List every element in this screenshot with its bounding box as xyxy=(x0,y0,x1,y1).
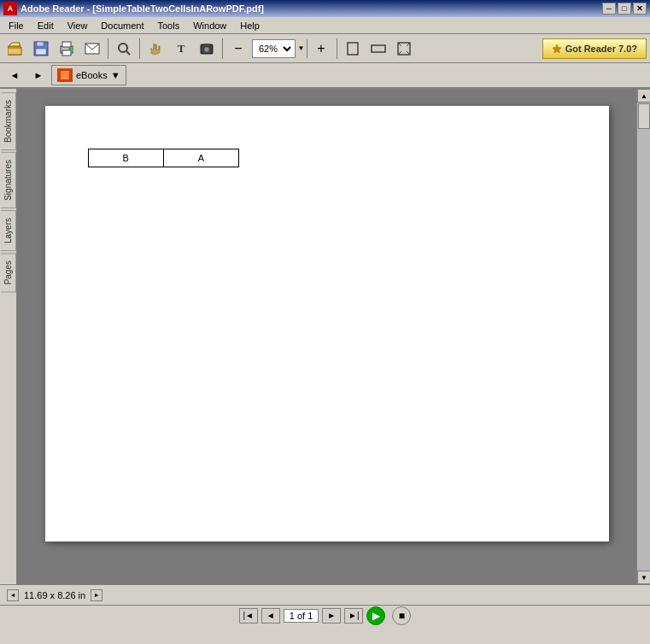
save-button[interactable] xyxy=(29,37,53,61)
close-button[interactable]: ✕ xyxy=(633,3,647,15)
svg-point-9 xyxy=(69,47,72,50)
text-select-button[interactable]: T xyxy=(169,37,193,61)
zoom-control: 62% 50% 75% 100% 125% 150% ▼ xyxy=(252,39,307,58)
got-reader-button[interactable]: Got Reader 7.0? xyxy=(542,38,647,59)
separator-1 xyxy=(108,38,108,59)
menu-help[interactable]: Help xyxy=(235,19,265,32)
title-bar-controls: ─ □ ✕ xyxy=(602,3,647,15)
snapshot-button[interactable] xyxy=(195,37,219,61)
tab-signatures[interactable]: Signatures xyxy=(1,152,16,208)
svg-rect-17 xyxy=(372,45,385,52)
toolbar-main: T − 62% 50% 75% 100% 125% 150% ▼ + Got R… xyxy=(0,34,650,63)
menu-bar: File Edit View Document Tools Window Hel… xyxy=(0,17,650,34)
zoom-out-button[interactable]: − xyxy=(226,37,250,61)
tab-layers[interactable]: Layers xyxy=(1,210,16,251)
status-bar: ◄ 11.69 x 8.26 in ► xyxy=(0,584,650,605)
app-icon: A xyxy=(3,2,17,15)
forward-button[interactable]: ► xyxy=(27,65,50,85)
scroll-down-button[interactable]: ▼ xyxy=(637,571,650,584)
separator-3 xyxy=(222,38,223,59)
svg-rect-5 xyxy=(36,49,46,55)
separator-2 xyxy=(139,38,140,59)
title-bar-left: A Adobe Reader - [SimpleTableTwoCellsInA… xyxy=(3,2,264,15)
ebooks-label: eBooks xyxy=(76,70,108,80)
ebooks-arrow: ▼ xyxy=(111,70,120,80)
prev-page-button[interactable]: ◄ xyxy=(261,608,280,624)
svg-rect-16 xyxy=(348,43,358,55)
separator-4 xyxy=(337,38,337,59)
next-page-button[interactable]: ► xyxy=(322,608,341,624)
menu-view[interactable]: View xyxy=(62,19,93,32)
print-button[interactable] xyxy=(55,37,79,61)
first-page-button[interactable]: |◄ xyxy=(239,608,258,624)
back-button[interactable]: ◄ xyxy=(3,65,26,85)
pdf-page: B A xyxy=(45,106,609,542)
svg-rect-15 xyxy=(204,44,209,46)
svg-line-12 xyxy=(126,51,130,55)
go-to-page-button[interactable]: ▶ xyxy=(366,606,385,625)
scroll-thumb[interactable] xyxy=(638,103,650,129)
svg-rect-25 xyxy=(61,71,69,79)
tab-pages[interactable]: Pages xyxy=(1,253,16,292)
svg-rect-8 xyxy=(62,50,71,56)
svg-marker-23 xyxy=(553,44,561,53)
email-button[interactable] xyxy=(80,37,104,61)
tab-bookmarks[interactable]: Bookmarks xyxy=(1,92,16,150)
pdf-table: B A xyxy=(88,149,240,167)
navigation-bar: |◄ ◄ 1 of 1 ► ►| ▶ ■ xyxy=(0,605,650,625)
title-text: Adobe Reader - [SimpleTableTwoCellsInARo… xyxy=(20,3,264,14)
svg-rect-2 xyxy=(8,48,21,55)
zoom-select[interactable]: 62% 50% 75% 100% 125% 150% xyxy=(253,43,294,55)
last-page-button[interactable]: ►| xyxy=(344,608,363,624)
maximize-button[interactable]: □ xyxy=(618,3,631,15)
stop-button[interactable]: ■ xyxy=(392,606,411,625)
open-button[interactable] xyxy=(3,37,27,61)
svg-rect-7 xyxy=(62,42,71,47)
page-indicator: 1 of 1 xyxy=(284,609,319,623)
menu-document[interactable]: Document xyxy=(96,19,149,32)
hand-tool-button[interactable] xyxy=(143,37,167,61)
zoom-in-button[interactable]: + xyxy=(309,37,333,61)
table-cell-a: A xyxy=(163,149,238,167)
scroll-up-button[interactable]: ▲ xyxy=(637,89,650,102)
ebooks-icon xyxy=(57,68,73,82)
minimize-button[interactable]: ─ xyxy=(602,3,616,15)
title-bar: A Adobe Reader - [SimpleTableTwoCellsInA… xyxy=(0,0,650,17)
fit-width-button[interactable] xyxy=(366,37,390,61)
left-tabs-panel: Bookmarks Signatures Layers Pages xyxy=(0,89,17,584)
status-scroll-left[interactable]: ◄ xyxy=(7,589,19,601)
fit-page-button[interactable] xyxy=(341,37,365,61)
menu-edit[interactable]: Edit xyxy=(32,19,59,32)
ebooks-button[interactable]: eBooks ▼ xyxy=(51,65,126,85)
zoom-dropdown-arrow[interactable]: ▼ xyxy=(295,39,307,58)
table-cell-b: B xyxy=(88,149,163,167)
svg-point-11 xyxy=(119,44,127,52)
vertical-scrollbar: ▲ ▼ xyxy=(636,89,650,584)
menu-file[interactable]: File xyxy=(3,19,29,32)
search-button[interactable] xyxy=(112,37,136,61)
scroll-track[interactable] xyxy=(637,102,650,571)
toolbar-secondary: ◄ ► eBooks ▼ xyxy=(0,63,650,89)
svg-rect-4 xyxy=(37,42,44,46)
menu-tools[interactable]: Tools xyxy=(153,19,185,32)
got-reader-label: Got Reader 7.0? xyxy=(565,44,637,54)
status-scroll-right[interactable]: ► xyxy=(91,589,102,601)
svg-marker-1 xyxy=(9,43,20,46)
pdf-content-area: B A xyxy=(17,89,636,584)
full-screen-button[interactable] xyxy=(392,37,416,61)
main-area: Bookmarks Signatures Layers Pages B A ▲ … xyxy=(0,89,650,584)
page-dimensions: 11.69 x 8.26 in xyxy=(24,590,85,600)
svg-point-14 xyxy=(204,47,209,52)
menu-window[interactable]: Window xyxy=(188,19,231,32)
